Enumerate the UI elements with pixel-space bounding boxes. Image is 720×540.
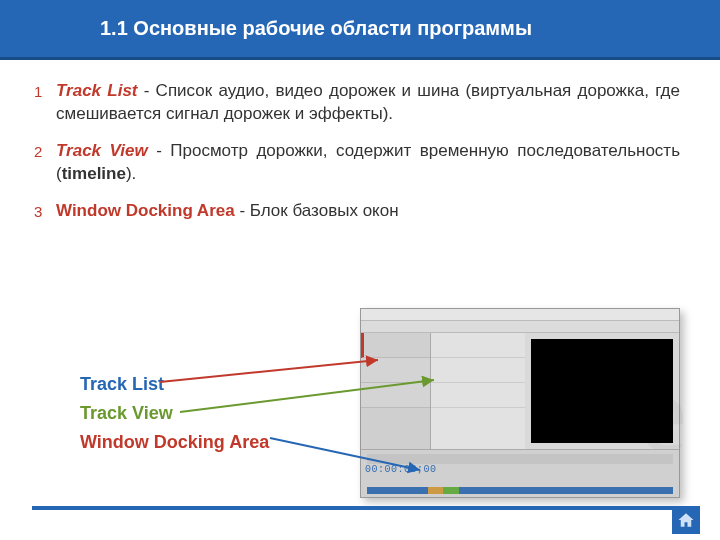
screenshot-timecode: 00:00:00;00 (365, 464, 437, 475)
screenshot-menubar (361, 309, 679, 321)
slide-title: 1.1 Основные рабочие области программы (100, 17, 532, 40)
legend: Track List Track View Window Docking Are… (80, 370, 269, 456)
definition-item: 1 Track List - Список аудио, видео дорож… (56, 80, 680, 126)
term-label: Window Docking Area (56, 201, 235, 220)
slide-body: 1 Track List - Список аудио, видео дорож… (0, 60, 720, 223)
footer-divider (32, 506, 688, 510)
item-number: 3 (34, 202, 42, 222)
screenshot-preview (531, 339, 673, 443)
home-button[interactable] (672, 506, 700, 534)
screenshot-main (361, 333, 679, 449)
definition-item: 2 Track View - Просмотр дорожки, содержи… (56, 140, 680, 186)
screenshot-dock: 00:00:00;00 (361, 449, 679, 497)
screenshot-trackview (431, 333, 525, 449)
home-icon (677, 511, 695, 529)
definition-item: 3 Window Docking Area - Блок базовых око… (56, 200, 680, 223)
term-label: Track List (56, 81, 138, 100)
term-label: Track View (56, 141, 148, 160)
screenshot-tracklist (361, 333, 431, 449)
term-desc: - Просмотр дорожки, содержит временную п… (148, 141, 680, 160)
item-number: 2 (34, 142, 42, 162)
screenshot-toolbar (361, 321, 679, 333)
app-screenshot: 00:00:00;00 (360, 308, 680, 498)
term-desc: - Блок базовых окон (235, 201, 399, 220)
term-bold: timeline (62, 164, 126, 183)
term-desc: - Список аудио, видео дорожек и шина (ви… (56, 81, 680, 123)
item-number: 1 (34, 82, 42, 102)
slide-header: 1.1 Основные рабочие области программы (0, 0, 720, 60)
legend-track-view: Track View (80, 399, 269, 428)
legend-window-docking: Window Docking Area (80, 428, 269, 457)
legend-track-list: Track List (80, 370, 269, 399)
